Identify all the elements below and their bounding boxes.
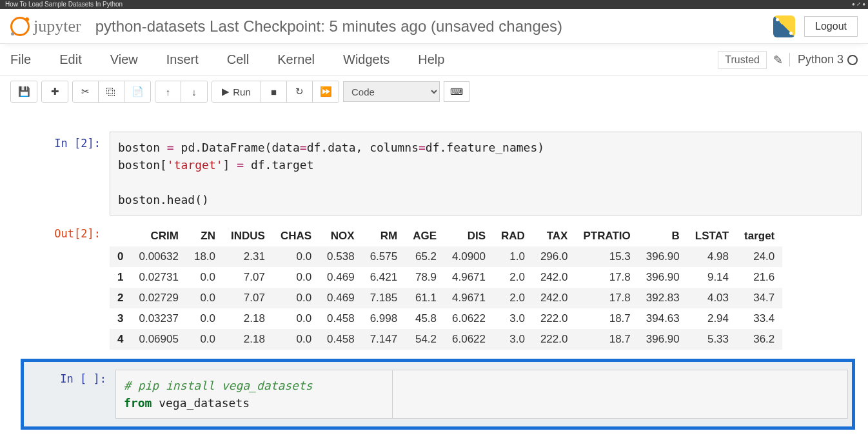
table-cell: 61.1 — [405, 288, 444, 308]
table-cell: 5.33 — [687, 329, 736, 350]
table-cell: 33.4 — [736, 308, 782, 329]
trusted-badge[interactable]: Trusted — [718, 51, 767, 69]
menu-edit[interactable]: Edit — [59, 52, 81, 67]
table-cell: 2.18 — [223, 329, 273, 350]
copy-button[interactable]: ⿻ — [99, 81, 124, 102]
table-cell: 24.0 — [736, 246, 782, 267]
cut-button[interactable]: ✂ — [73, 81, 99, 102]
table-cell: 4.9671 — [444, 267, 493, 288]
table-cell: 0.0 — [273, 246, 319, 267]
menu-kernel[interactable]: Kernel — [277, 52, 315, 67]
table-header: RAD — [493, 226, 533, 246]
paste-button[interactable]: 📄 — [124, 81, 150, 102]
table-cell: 18.0 — [186, 246, 223, 267]
menu-file[interactable]: File — [10, 52, 31, 67]
table-cell: 2.31 — [223, 246, 273, 267]
move-down-button[interactable]: ↓ — [181, 81, 207, 102]
table-header — [110, 226, 131, 246]
kernel-indicator[interactable]: Python 3 — [789, 53, 858, 66]
table-cell: 392.83 — [638, 288, 687, 308]
table-header: PTRATIO — [575, 226, 638, 246]
table-cell: 2.0 — [493, 267, 533, 288]
cell-type-select[interactable]: Code — [343, 81, 440, 102]
table-cell: 0.06905 — [131, 329, 186, 350]
table-cell: 0.02731 — [131, 267, 186, 288]
notebook-title[interactable]: python-datasets Last Checkpoint: 5 minut… — [95, 17, 562, 35]
python-logo-icon — [773, 15, 795, 37]
save-button[interactable]: 💾 — [11, 81, 37, 102]
table-cell: 1.0 — [493, 246, 533, 267]
table-cell: 0.00632 — [131, 246, 186, 267]
table-header: target — [736, 226, 782, 246]
move-up-button[interactable]: ↑ — [155, 81, 181, 102]
table-header: AGE — [405, 226, 444, 246]
logout-button[interactable]: Logout — [804, 16, 858, 37]
run-button[interactable]: ▶ Run — [212, 81, 261, 102]
menubar: File Edit View Insert Cell Kernel Widget… — [0, 44, 868, 76]
table-cell: 0.538 — [319, 246, 362, 267]
table-cell: 15.3 — [575, 246, 638, 267]
table-cell: 7.185 — [362, 288, 406, 308]
table-cell: 18.7 — [575, 308, 638, 329]
stop-button[interactable]: ■ — [261, 81, 287, 102]
dataframe-table: CRIMZNINDUSCHASNOXRMAGEDISRADTAXPTRATIOB… — [110, 226, 782, 350]
browser-tab: How To Load Sample Datasets In Python ● … — [0, 0, 868, 9]
table-cell: 0.0 — [273, 267, 319, 288]
table-cell: 396.90 — [638, 267, 687, 288]
table-header: ZN — [186, 226, 223, 246]
row-index: 2 — [110, 288, 131, 308]
menu-help[interactable]: Help — [418, 52, 444, 67]
table-cell: 0.458 — [319, 308, 362, 329]
table-cell: 6.421 — [362, 267, 406, 288]
code-cell-selected[interactable]: In [ ]: # pip install vega_datasets from… — [21, 359, 855, 430]
command-palette-button[interactable]: ⌨ — [444, 81, 469, 102]
table-cell: 296.0 — [533, 246, 576, 267]
table-header: RM — [362, 226, 406, 246]
code-input[interactable]: boston = pd.DataFrame(data=df.data, colu… — [110, 132, 862, 215]
table-cell: 396.90 — [638, 329, 687, 350]
code-cell-2[interactable]: In [2]: boston = pd.DataFrame(data=df.da… — [6, 132, 862, 215]
table-cell: 0.469 — [319, 267, 362, 288]
brand-text: jupyter — [34, 17, 81, 36]
table-header: CHAS — [273, 226, 319, 246]
window-controls: ● ⤢ ● — [852, 1, 865, 8]
kernel-name: Python 3 — [798, 53, 843, 66]
table-row: 40.069050.02.180.00.4587.14754.26.06223.… — [110, 329, 782, 350]
table-cell: 2.0 — [493, 288, 533, 308]
table-header: INDUS — [223, 226, 273, 246]
toolbar: 💾 ✚ ✂ ⿻ 📄 ↑ ↓ ▶ Run ■ ↻ ⏩ Code ⌨ — [0, 76, 868, 107]
notebook-area: In [2]: boston = pd.DataFrame(data=df.da… — [0, 107, 868, 440]
edit-icon[interactable]: ✎ — [773, 53, 783, 67]
menu-cell[interactable]: Cell — [227, 52, 249, 67]
table-cell: 0.02729 — [131, 288, 186, 308]
add-cell-button[interactable]: ✚ — [42, 81, 68, 102]
table-cell: 21.6 — [736, 267, 782, 288]
table-cell: 2.18 — [223, 308, 273, 329]
table-cell: 6.0622 — [444, 329, 493, 350]
table-cell: 34.7 — [736, 288, 782, 308]
menu-widgets[interactable]: Widgets — [343, 52, 390, 67]
row-index: 4 — [110, 329, 131, 350]
table-cell: 6.998 — [362, 308, 406, 329]
row-index: 3 — [110, 308, 131, 329]
table-cell: 7.07 — [223, 267, 273, 288]
table-cell: 0.03237 — [131, 308, 186, 329]
table-cell: 17.8 — [575, 288, 638, 308]
restart-run-all-button[interactable]: ⏩ — [313, 81, 339, 102]
table-row: 10.027310.07.070.00.4696.42178.94.96712.… — [110, 267, 782, 288]
table-cell: 0.0 — [186, 267, 223, 288]
table-header: NOX — [319, 226, 362, 246]
code-input-active[interactable]: # pip install vega_datasets from vega_da… — [115, 370, 393, 419]
menu-view[interactable]: View — [110, 52, 138, 67]
table-cell: 65.2 — [405, 246, 444, 267]
table-header: B — [638, 226, 687, 246]
table-cell: 242.0 — [533, 288, 576, 308]
table-cell: 78.9 — [405, 267, 444, 288]
jupyter-logo[interactable]: jupyter — [10, 17, 81, 36]
menu-insert[interactable]: Insert — [166, 52, 199, 67]
row-index: 0 — [110, 246, 131, 267]
table-cell: 54.2 — [405, 329, 444, 350]
table-cell: 222.0 — [533, 308, 576, 329]
restart-button[interactable]: ↻ — [287, 81, 313, 102]
in-prompt-empty: In [ ]: — [28, 370, 115, 419]
